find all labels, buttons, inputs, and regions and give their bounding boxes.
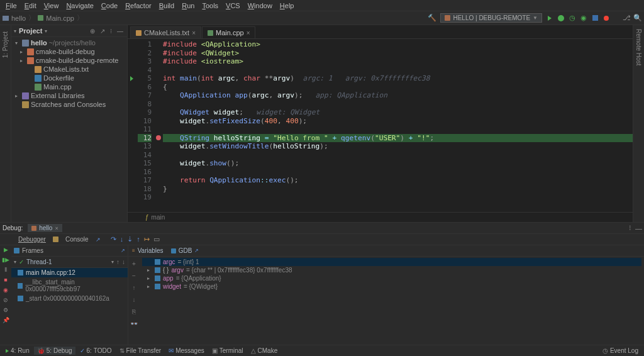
popout-icon[interactable]: ↗ (194, 248, 199, 253)
mute-icon[interactable]: ⊘ (3, 297, 8, 303)
todo-tab[interactable]: ✓6:TODO (77, 347, 115, 355)
thread-name: Thread-1 (26, 259, 52, 265)
gutter-breakpoints[interactable] (154, 39, 163, 212)
profile-icon[interactable]: ◉ (580, 14, 587, 22)
close-icon[interactable]: × (247, 30, 250, 36)
gdb-tab[interactable]: GDB ↗ (167, 247, 203, 255)
tree-item[interactable]: Dockerfile (11, 74, 127, 82)
breakpoints-icon[interactable]: ◉ (3, 287, 8, 293)
filetransfer-tab[interactable]: ⇅File Transfer (116, 347, 165, 355)
evaluate-icon[interactable]: ▭ (153, 235, 160, 243)
editor-tab[interactable]: Main.cpp× (202, 26, 255, 38)
tree-item[interactable]: CMakeLists.txt (11, 65, 127, 74)
scratches[interactable]: Scratches and Consoles (11, 100, 127, 109)
right-tool-strip: Remote Host (633, 25, 644, 222)
debug-session-tab[interactable]: hello × (28, 224, 62, 232)
rerun-icon[interactable]: ▶ (4, 247, 8, 253)
terminal-tab[interactable]: ▣Terminal (209, 347, 247, 355)
menu-code[interactable]: Code (98, 1, 121, 10)
close-icon[interactable]: × (192, 30, 196, 36)
menu-vcs[interactable]: VCS (223, 1, 243, 10)
force-step-icon[interactable]: ⇣ (127, 235, 133, 243)
step-into-icon[interactable]: ↓ (120, 235, 124, 243)
editor-tab[interactable]: CMakeLists.txt× (130, 26, 201, 38)
menu-file[interactable]: File (3, 1, 20, 10)
debug-icon[interactable] (557, 14, 565, 22)
remote-host-tab[interactable]: Remote Host (633, 25, 644, 69)
breakpoint-marker[interactable] (156, 135, 161, 140)
run-icon[interactable] (546, 14, 553, 22)
variable-row[interactable]: ▸ { } argv = {char ** | 0x7fffffffec38} … (142, 266, 641, 274)
console-tab[interactable]: Console (62, 235, 92, 243)
vcs-icon[interactable]: ⎇ (623, 14, 630, 22)
up-icon[interactable]: ↑ (133, 284, 136, 291)
settings-icon[interactable]: ⚙ (3, 307, 8, 313)
run-config-select[interactable]: HELLO | DEBUG-REMOTE ▼ (440, 13, 542, 23)
resume-icon[interactable]: ▮▶ (2, 257, 9, 263)
close-icon[interactable]: × (55, 225, 58, 231)
tree-item[interactable]: ▸cmake-build-debug-remote (11, 56, 127, 65)
tree-root[interactable]: ▾ hello ~/projects/hello (11, 38, 127, 47)
build-icon[interactable]: 🔨 (428, 14, 436, 22)
frame-row[interactable]: __libc_start_main 0x00007ffff59cbb97 (11, 277, 128, 294)
stop-icon[interactable] (591, 14, 599, 22)
variables-tab[interactable]: ≡ Variables (128, 247, 167, 255)
locate-icon[interactable]: ⊕ (89, 28, 96, 35)
menu-edit[interactable]: Edit (21, 1, 40, 10)
code-area[interactable]: #include <QApplication>#include <QWidget… (163, 39, 633, 212)
menu-tools[interactable]: Tools (199, 1, 221, 10)
thread-selector[interactable]: ▾ ✓ Thread-1 ▾ ↑ ↓ (11, 257, 128, 268)
run-cursor-icon[interactable]: ↦ (144, 235, 150, 243)
run-line-icon[interactable] (130, 76, 133, 81)
breadcrumb-function[interactable]: main (152, 214, 165, 221)
debug-tab[interactable]: 🐞5:Debug (34, 347, 75, 355)
settings-icon[interactable]: ⁝ (109, 28, 113, 35)
step-over-icon[interactable]: ↷ (111, 235, 116, 243)
frame-row[interactable]: _start 0x0000000000040162a (11, 294, 128, 303)
popout-icon[interactable]: ↗ (96, 236, 101, 243)
run-tab[interactable]: 4:Run (3, 347, 33, 355)
menu-window[interactable]: Window (245, 1, 275, 10)
add-watch-icon[interactable]: + (132, 260, 136, 267)
minimize-icon[interactable]: — (633, 225, 644, 232)
down-icon[interactable]: ↓ (133, 296, 136, 303)
panel-chevron-icon[interactable]: ▾ (14, 28, 16, 34)
stop-icon[interactable]: ■ (4, 277, 7, 283)
project-tool-tab[interactable]: 1: Project (2, 28, 9, 62)
debugger-tab[interactable]: Debugger (15, 235, 49, 243)
debug-menu-icon[interactable]: ⁝ (627, 224, 633, 232)
watch-icon[interactable]: 👓 (130, 320, 138, 327)
menu-help[interactable]: Help (277, 1, 297, 10)
pin-icon[interactable]: 📌 (3, 317, 9, 323)
next-frame-icon[interactable]: ↓ (122, 259, 125, 265)
tree-item[interactable]: ▸cmake-build-debug (11, 47, 127, 56)
step-out-icon[interactable]: ↑ (136, 235, 140, 243)
remove-watch-icon[interactable]: − (132, 272, 136, 279)
hide-icon[interactable]: — (116, 28, 125, 35)
chevron-down-icon[interactable]: ▾ (45, 28, 47, 34)
eventlog-tab[interactable]: ◷Event Log (599, 347, 641, 355)
messages-tab[interactable]: ✉Messages (165, 347, 208, 355)
frame-row[interactable]: main Main.cpp:12 (11, 268, 128, 277)
cmake-tab[interactable]: △CMake (248, 347, 281, 355)
variable-row[interactable]: argc = {int} 1 (142, 258, 641, 266)
external-libraries[interactable]: ▸ External Libraries (11, 91, 127, 100)
menu-refactor[interactable]: Refactor (122, 1, 155, 10)
prev-frame-icon[interactable]: ↑ (116, 259, 119, 265)
breadcrumb-file[interactable]: Main.cpp (46, 14, 74, 22)
search-icon[interactable]: 🔍 (634, 14, 641, 22)
variable-row[interactable]: ▸ widget = {QWidget} (142, 282, 641, 291)
variable-row[interactable]: ▸ app = {QApplication} (142, 274, 641, 282)
copy-icon[interactable]: ⎘ (132, 308, 136, 315)
coverage-icon[interactable]: ◷ (569, 14, 576, 22)
breadcrumb-project[interactable]: hello (11, 14, 26, 22)
menu-view[interactable]: View (41, 1, 62, 10)
menu-build[interactable]: Build (156, 1, 177, 10)
tree-item[interactable]: Main.cpp (11, 82, 127, 91)
popout-icon[interactable]: ↗ (121, 248, 125, 253)
menu-run[interactable]: Run (179, 1, 197, 10)
menu-navigate[interactable]: Navigate (63, 1, 96, 10)
pause-icon[interactable]: Ⅱ (4, 267, 7, 273)
expand-icon[interactable]: ↗ (99, 28, 106, 35)
stop-icon-red[interactable] (602, 14, 610, 22)
